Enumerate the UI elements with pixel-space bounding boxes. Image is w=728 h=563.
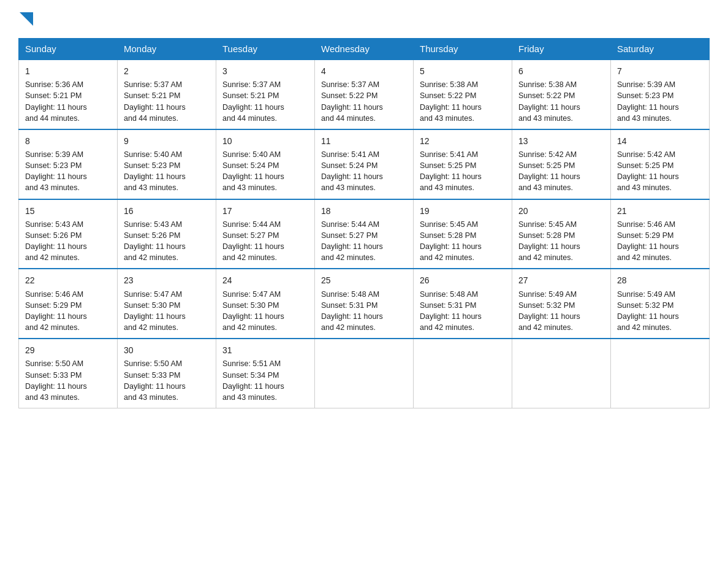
calendar-cell: 7Sunrise: 5:39 AMSunset: 5:23 PMDaylight… [611, 59, 710, 129]
day-info: Sunrise: 5:43 AMSunset: 5:26 PMDaylight:… [124, 220, 186, 262]
calendar-cell: 19Sunrise: 5:45 AMSunset: 5:28 PMDayligh… [414, 199, 512, 269]
calendar-cell: 8Sunrise: 5:39 AMSunset: 5:23 PMDaylight… [19, 129, 118, 199]
day-number: 2 [124, 65, 210, 77]
column-header-thursday: Thursday [414, 39, 512, 60]
calendar-cell: 12Sunrise: 5:41 AMSunset: 5:25 PMDayligh… [414, 129, 512, 199]
day-number: 30 [124, 344, 210, 356]
day-info: Sunrise: 5:44 AMSunset: 5:27 PMDaylight:… [321, 220, 383, 262]
day-number: 12 [420, 135, 506, 147]
day-number: 27 [518, 274, 604, 286]
calendar-cell: 16Sunrise: 5:43 AMSunset: 5:26 PMDayligh… [118, 199, 216, 269]
day-info: Sunrise: 5:42 AMSunset: 5:25 PMDaylight:… [617, 150, 679, 192]
calendar-table: SundayMondayTuesdayWednesdayThursdayFrid… [18, 38, 710, 408]
day-number: 24 [222, 274, 308, 286]
calendar-week-row: 15Sunrise: 5:43 AMSunset: 5:26 PMDayligh… [19, 199, 710, 269]
day-info: Sunrise: 5:38 AMSunset: 5:22 PMDaylight:… [420, 80, 482, 122]
day-info: Sunrise: 5:39 AMSunset: 5:23 PMDaylight:… [617, 80, 679, 122]
day-number: 5 [420, 65, 506, 77]
day-info: Sunrise: 5:49 AMSunset: 5:32 PMDaylight:… [617, 290, 679, 332]
day-info: Sunrise: 5:42 AMSunset: 5:25 PMDaylight:… [518, 150, 580, 192]
day-info: Sunrise: 5:46 AMSunset: 5:29 PMDaylight:… [617, 220, 679, 262]
calendar-week-row: 1Sunrise: 5:36 AMSunset: 5:21 PMDaylight… [19, 59, 710, 129]
calendar-cell: 25Sunrise: 5:48 AMSunset: 5:31 PMDayligh… [315, 269, 414, 339]
column-header-monday: Monday [118, 39, 216, 60]
day-info: Sunrise: 5:47 AMSunset: 5:30 PMDaylight:… [222, 290, 284, 332]
day-info: Sunrise: 5:44 AMSunset: 5:27 PMDaylight:… [222, 220, 284, 262]
calendar-week-row: 22Sunrise: 5:46 AMSunset: 5:29 PMDayligh… [19, 269, 710, 339]
day-number: 7 [617, 65, 703, 77]
day-number: 6 [518, 65, 604, 77]
calendar-week-row: 29Sunrise: 5:50 AMSunset: 5:33 PMDayligh… [19, 339, 710, 408]
day-number: 15 [25, 205, 111, 217]
calendar-cell: 4Sunrise: 5:37 AMSunset: 5:22 PMDaylight… [315, 59, 414, 129]
page-header [18, 12, 710, 26]
day-number: 3 [222, 65, 308, 77]
calendar-cell: 28Sunrise: 5:49 AMSunset: 5:32 PMDayligh… [611, 269, 710, 339]
calendar-cell: 1Sunrise: 5:36 AMSunset: 5:21 PMDaylight… [19, 59, 118, 129]
day-info: Sunrise: 5:36 AMSunset: 5:21 PMDaylight:… [25, 80, 87, 122]
day-number: 22 [25, 274, 111, 286]
calendar-cell [414, 339, 512, 408]
day-info: Sunrise: 5:39 AMSunset: 5:23 PMDaylight:… [25, 150, 87, 192]
day-info: Sunrise: 5:45 AMSunset: 5:28 PMDaylight:… [518, 220, 580, 262]
column-header-tuesday: Tuesday [216, 39, 315, 60]
calendar-cell: 14Sunrise: 5:42 AMSunset: 5:25 PMDayligh… [611, 129, 710, 199]
calendar-week-row: 8Sunrise: 5:39 AMSunset: 5:23 PMDaylight… [19, 129, 710, 199]
calendar-cell: 11Sunrise: 5:41 AMSunset: 5:24 PMDayligh… [315, 129, 414, 199]
calendar-cell: 20Sunrise: 5:45 AMSunset: 5:28 PMDayligh… [512, 199, 611, 269]
calendar-cell: 10Sunrise: 5:40 AMSunset: 5:24 PMDayligh… [216, 129, 315, 199]
day-number: 4 [321, 65, 407, 77]
day-info: Sunrise: 5:37 AMSunset: 5:21 PMDaylight:… [222, 80, 284, 122]
day-number: 20 [518, 205, 604, 217]
calendar-cell: 6Sunrise: 5:38 AMSunset: 5:22 PMDaylight… [512, 59, 611, 129]
calendar-cell: 24Sunrise: 5:47 AMSunset: 5:30 PMDayligh… [216, 269, 315, 339]
calendar-cell [512, 339, 611, 408]
day-info: Sunrise: 5:37 AMSunset: 5:21 PMDaylight:… [124, 80, 186, 122]
calendar-cell: 26Sunrise: 5:48 AMSunset: 5:31 PMDayligh… [414, 269, 512, 339]
calendar-cell: 21Sunrise: 5:46 AMSunset: 5:29 PMDayligh… [611, 199, 710, 269]
day-number: 1 [25, 65, 111, 77]
day-info: Sunrise: 5:48 AMSunset: 5:31 PMDaylight:… [321, 290, 383, 332]
day-number: 14 [617, 135, 703, 147]
calendar-header-row: SundayMondayTuesdayWednesdayThursdayFrid… [19, 39, 710, 60]
day-number: 9 [124, 135, 210, 147]
day-number: 28 [617, 274, 703, 286]
calendar-cell: 18Sunrise: 5:44 AMSunset: 5:27 PMDayligh… [315, 199, 414, 269]
calendar-cell: 23Sunrise: 5:47 AMSunset: 5:30 PMDayligh… [118, 269, 216, 339]
calendar-cell: 5Sunrise: 5:38 AMSunset: 5:22 PMDaylight… [414, 59, 512, 129]
calendar-cell: 15Sunrise: 5:43 AMSunset: 5:26 PMDayligh… [19, 199, 118, 269]
day-number: 23 [124, 274, 210, 286]
day-number: 11 [321, 135, 407, 147]
day-number: 21 [617, 205, 703, 217]
day-info: Sunrise: 5:51 AMSunset: 5:34 PMDaylight:… [222, 359, 284, 401]
day-number: 31 [222, 344, 308, 356]
calendar-cell [611, 339, 710, 408]
day-number: 8 [25, 135, 111, 147]
calendar-cell: 22Sunrise: 5:46 AMSunset: 5:29 PMDayligh… [19, 269, 118, 339]
svg-marker-0 [20, 12, 33, 26]
day-number: 17 [222, 205, 308, 217]
day-info: Sunrise: 5:40 AMSunset: 5:23 PMDaylight:… [124, 150, 186, 192]
day-number: 19 [420, 205, 506, 217]
day-info: Sunrise: 5:37 AMSunset: 5:22 PMDaylight:… [321, 80, 383, 122]
calendar-cell: 9Sunrise: 5:40 AMSunset: 5:23 PMDaylight… [118, 129, 216, 199]
calendar-cell: 31Sunrise: 5:51 AMSunset: 5:34 PMDayligh… [216, 339, 315, 408]
calendar-cell: 3Sunrise: 5:37 AMSunset: 5:21 PMDaylight… [216, 59, 315, 129]
calendar-cell: 17Sunrise: 5:44 AMSunset: 5:27 PMDayligh… [216, 199, 315, 269]
day-info: Sunrise: 5:50 AMSunset: 5:33 PMDaylight:… [124, 359, 186, 401]
logo-triangle-icon [20, 12, 33, 26]
day-number: 16 [124, 205, 210, 217]
day-number: 18 [321, 205, 407, 217]
column-header-friday: Friday [512, 39, 611, 60]
calendar-cell: 29Sunrise: 5:50 AMSunset: 5:33 PMDayligh… [19, 339, 118, 408]
day-number: 29 [25, 344, 111, 356]
day-number: 10 [222, 135, 308, 147]
day-info: Sunrise: 5:49 AMSunset: 5:32 PMDaylight:… [518, 290, 580, 332]
day-info: Sunrise: 5:43 AMSunset: 5:26 PMDaylight:… [25, 220, 87, 262]
logo [18, 12, 33, 26]
calendar-cell: 27Sunrise: 5:49 AMSunset: 5:32 PMDayligh… [512, 269, 611, 339]
calendar-cell: 13Sunrise: 5:42 AMSunset: 5:25 PMDayligh… [512, 129, 611, 199]
day-info: Sunrise: 5:41 AMSunset: 5:25 PMDaylight:… [420, 150, 482, 192]
column-header-wednesday: Wednesday [315, 39, 414, 60]
day-number: 25 [321, 274, 407, 286]
